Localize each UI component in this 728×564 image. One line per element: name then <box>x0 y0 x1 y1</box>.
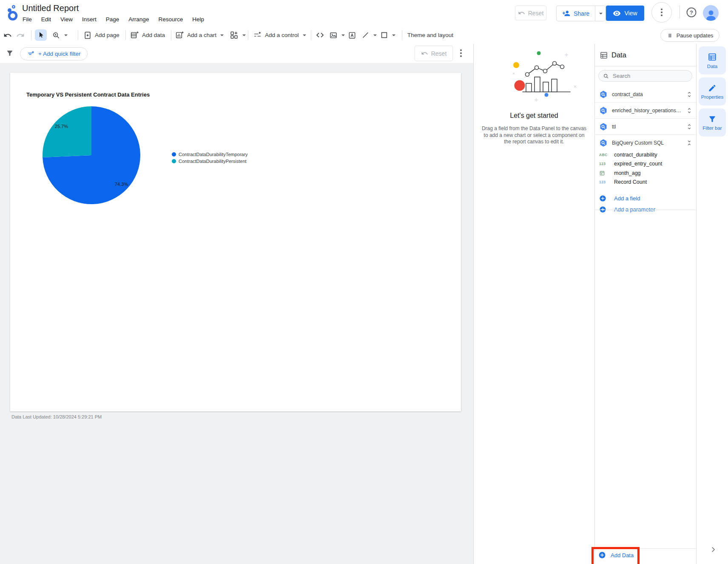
date-type-icon <box>599 170 610 176</box>
data-panel-header: Data <box>595 44 696 66</box>
zoom-in-icon <box>52 31 60 40</box>
add-data-button[interactable]: Add data <box>130 26 165 44</box>
select-tool-button[interactable] <box>35 29 47 41</box>
chevron-right-icon <box>709 546 717 553</box>
plus-circle-icon <box>599 195 606 202</box>
bigquery-icon <box>599 106 608 115</box>
theme-and-layout-button[interactable]: Theme and layout <box>407 26 453 44</box>
svg-text:?: ? <box>690 9 693 16</box>
field-row[interactable]: 123Record Count <box>595 178 696 187</box>
chevron-down-icon <box>303 34 306 36</box>
data-source-name: BigQuery Custom SQL <box>612 140 682 146</box>
share-dropdown-button[interactable] <box>595 6 605 21</box>
filter-reset-button[interactable]: Reset <box>415 46 453 61</box>
pause-updates-button[interactable]: Pause updates <box>660 29 719 42</box>
menu-help[interactable]: Help <box>188 14 209 24</box>
chevron-down-icon <box>64 34 68 36</box>
tab-filter-bar[interactable]: Filter bar <box>699 108 726 137</box>
data-last-updated: Data Last Updated: 10/28/2024 5:29:21 PM <box>11 414 102 419</box>
data-source-name: ttl <box>612 124 682 130</box>
menu-file[interactable]: File <box>18 14 37 24</box>
rectangle-icon <box>380 31 388 39</box>
field-row[interactable]: ABCcontract_durability <box>595 150 696 160</box>
add-quick-filter-button[interactable]: + Add quick filter <box>20 47 88 60</box>
embed-code-icon <box>316 31 324 40</box>
undo-icon <box>421 50 428 57</box>
field-row[interactable]: month_agg <box>595 168 696 178</box>
theme-layout-label: Theme and layout <box>407 32 453 38</box>
line-tool-button[interactable] <box>361 26 377 44</box>
report-title[interactable]: Untitled Report <box>22 3 79 13</box>
help-icon: ? <box>685 6 697 18</box>
help-button[interactable]: ? <box>685 6 697 18</box>
tab-data[interactable]: Data <box>699 46 726 74</box>
tab-properties[interactable]: Properties <box>699 77 726 105</box>
unfold-less-button[interactable] <box>686 140 693 146</box>
user-avatar[interactable] <box>703 5 719 21</box>
add-chart-label: Add a chart <box>187 32 216 38</box>
text-box-button[interactable] <box>348 26 356 44</box>
legend-item: ContractDataDurabilityTemporary <box>172 152 248 157</box>
data-source-row[interactable]: ttl <box>595 119 696 135</box>
menu-arrange[interactable]: Arrange <box>124 14 154 24</box>
community-visualizations-button[interactable] <box>230 26 246 44</box>
cursor-icon <box>37 31 45 39</box>
unfold-more-icon <box>686 107 693 114</box>
search-input[interactable] <box>612 72 688 80</box>
data-source-row[interactable]: enriched_history_operations_sorob... <box>595 103 696 119</box>
data-table-icon <box>600 51 608 60</box>
zoom-tool-button[interactable] <box>52 26 68 44</box>
unfold-more-button[interactable] <box>686 123 693 130</box>
more-options-button[interactable] <box>651 2 672 23</box>
field-row[interactable]: 123expired_entry_count <box>595 160 696 169</box>
bigquery-icon <box>599 139 608 147</box>
view-label: View <box>624 10 637 17</box>
kebab-menu-icon <box>460 49 462 57</box>
add-chart-button[interactable]: Add a chart <box>175 26 224 44</box>
filter-bar-more-button[interactable] <box>459 48 463 58</box>
chevron-down-icon <box>599 13 603 14</box>
view-button[interactable]: View <box>606 6 644 21</box>
undo-button[interactable] <box>3 26 12 44</box>
unfold-more-button[interactable] <box>686 91 693 98</box>
pause-updates-label: Pause updates <box>677 32 714 39</box>
add-data-label: Add data <box>142 32 165 38</box>
pie-chart[interactable]: 74.3%25.7% <box>43 106 140 204</box>
filter-funnel-icon <box>6 49 14 57</box>
add-chart-icon <box>175 31 184 40</box>
annotation-highlight-rectangle <box>592 547 640 564</box>
menu-resource[interactable]: Resource <box>154 14 188 24</box>
menu-edit[interactable]: Edit <box>37 14 56 24</box>
data-search-box[interactable] <box>598 70 692 82</box>
menu-page[interactable]: Page <box>101 14 124 24</box>
data-source-row[interactable]: BigQuery Custom SQL <box>595 135 696 151</box>
shape-tool-button[interactable] <box>380 26 395 44</box>
slice-percent-label: 74.3% <box>115 182 128 187</box>
pie-slice[interactable] <box>43 106 91 157</box>
reset-button[interactable]: Reset <box>515 6 546 20</box>
add-control-button[interactable]: Add a control <box>253 26 306 44</box>
chevron-down-icon <box>220 34 224 36</box>
plus-circle-icon <box>599 206 606 213</box>
menu-insert[interactable]: Insert <box>77 14 101 24</box>
share-button[interactable]: Share <box>556 6 606 21</box>
add-a-parameter-button[interactable]: Add a parameter <box>595 204 696 215</box>
unfold-more-icon <box>686 123 693 130</box>
url-embed-button[interactable] <box>316 26 324 44</box>
data-panel: Data contract_dataenriched_history_opera… <box>594 44 696 564</box>
add-a-field-button[interactable]: Add a field <box>595 193 696 204</box>
share-label: Share <box>574 10 589 17</box>
report-canvas[interactable]: Temporary VS Persistent Contract Data En… <box>0 63 473 564</box>
image-button[interactable] <box>329 26 345 44</box>
add-page-button[interactable]: Add page <box>83 26 119 44</box>
data-source-row[interactable]: contract_data <box>595 86 696 103</box>
unfold-more-button[interactable] <box>686 107 693 114</box>
field-name: month_agg <box>614 170 641 176</box>
bigquery-icon <box>599 90 608 99</box>
pause-icon <box>667 32 673 39</box>
menu-view[interactable]: View <box>56 14 77 24</box>
right-rail: Data Properties Filter bar <box>696 44 728 564</box>
report-page[interactable]: Temporary VS Persistent Contract Data En… <box>10 73 461 411</box>
collapse-panel-button[interactable] <box>709 546 717 553</box>
redo-button[interactable] <box>16 26 25 44</box>
